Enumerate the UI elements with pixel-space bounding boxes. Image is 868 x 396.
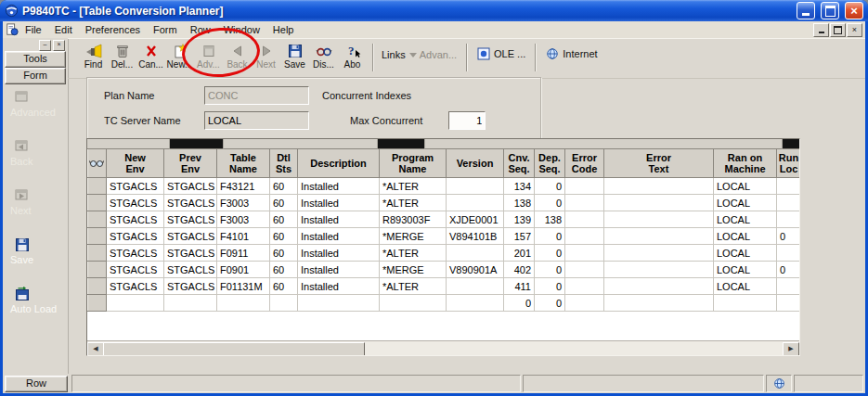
grid-cell[interactable] xyxy=(565,211,604,228)
sidebar-exit-auto-load[interactable]: Auto Load xyxy=(3,287,67,327)
grid-cell[interactable] xyxy=(604,178,714,195)
ole-button[interactable]: OLE ... xyxy=(477,47,525,60)
form-exit-tab-button[interactable]: Form xyxy=(5,68,66,84)
grid-cell[interactable]: *ALTER xyxy=(380,178,447,195)
links-dropdown-icon[interactable] xyxy=(408,51,418,58)
grid-cell[interactable] xyxy=(604,211,714,228)
grid-cell[interactable] xyxy=(777,195,801,211)
grid-row[interactable]: STGACLSSTGACLSF091160Installed*ALTER2010… xyxy=(88,245,801,262)
grid-column-header[interactable]: Prev Env xyxy=(164,149,217,178)
grid-cell[interactable]: XJDE0001 xyxy=(447,211,504,228)
grid-cell[interactable]: 0 xyxy=(777,262,801,278)
sidebar-exit-save[interactable]: Save xyxy=(3,237,67,278)
grid-cell[interactable]: Installed xyxy=(298,278,380,295)
mdi-close-button[interactable]: × xyxy=(847,23,862,37)
grid-cell[interactable]: 0 xyxy=(504,295,535,312)
grid-cell[interactable]: STGACLS xyxy=(107,245,164,262)
grid-row-header[interactable] xyxy=(88,195,107,211)
scroll-right-button[interactable]: ▶ xyxy=(783,342,799,356)
title-bar[interactable]: P9840TC - [Table Conversion Planner] × xyxy=(0,0,868,21)
grid-cell[interactable]: *ALTER xyxy=(380,245,447,262)
grid-column-header[interactable]: Table Name xyxy=(217,149,270,178)
grid-cell[interactable]: F4101 xyxy=(217,228,270,245)
grid-column-header[interactable]: Error Code xyxy=(565,149,604,178)
grid-cell[interactable] xyxy=(565,262,604,278)
sidebar-minimize-button[interactable]: – xyxy=(39,40,51,51)
grid-cell[interactable]: F0901 xyxy=(217,262,270,278)
grid-cell[interactable]: 0 xyxy=(535,245,565,262)
menu-item-row[interactable]: Row xyxy=(184,23,217,36)
row-button[interactable]: Row xyxy=(5,376,68,392)
grid-cell[interactable]: LOCAL xyxy=(714,245,777,262)
toolbar-button-new[interactable]: New... xyxy=(165,41,194,77)
grid-row[interactable]: STGACLSSTGACLSF4312160Installed*ALTER134… xyxy=(88,178,801,195)
grid-cell[interactable]: F0911 xyxy=(217,245,270,262)
grid-cell[interactable]: STGACLS xyxy=(107,178,164,195)
grid-cell[interactable]: F3003 xyxy=(217,211,270,228)
grid-cell[interactable] xyxy=(447,245,504,262)
grid-cell[interactable]: 60 xyxy=(270,262,298,278)
grid-cell[interactable] xyxy=(270,295,298,312)
grid-column-header[interactable]: Run Loc xyxy=(777,149,801,178)
grid-cell[interactable]: 60 xyxy=(270,278,298,295)
grid-cell[interactable]: LOCAL xyxy=(714,262,777,278)
grid-cell[interactable]: Installed xyxy=(298,228,380,245)
grid-cell[interactable]: 138 xyxy=(504,195,535,211)
grid-cell[interactable] xyxy=(164,295,217,312)
grid-corner-header[interactable] xyxy=(88,149,107,178)
grid-cell[interactable]: 0 xyxy=(777,228,801,245)
grid-column-header[interactable]: Dtl Sts xyxy=(270,149,298,178)
grid-cell[interactable]: V894101B xyxy=(447,228,504,245)
grid-cell[interactable]: 0 xyxy=(535,295,565,312)
grid-row-header[interactable] xyxy=(88,178,107,195)
grid-cell[interactable] xyxy=(714,295,777,312)
grid-cell[interactable]: 60 xyxy=(270,211,298,228)
tools-button[interactable]: Tools xyxy=(5,51,66,68)
grid-cell[interactable]: STGACLS xyxy=(107,228,164,245)
grid-cell[interactable]: *ALTER xyxy=(380,278,447,295)
grid-column-header[interactable]: Error Text xyxy=(604,149,714,178)
maximize-button[interactable] xyxy=(821,2,839,19)
grid-row-header[interactable] xyxy=(88,245,107,262)
menu-item-edit[interactable]: Edit xyxy=(48,23,79,36)
grid-cell[interactable]: STGACLS xyxy=(164,278,217,295)
grid-cell[interactable] xyxy=(565,178,604,195)
menu-item-window[interactable]: Window xyxy=(217,23,266,36)
grid-cell[interactable] xyxy=(380,295,447,312)
toolbar-button-save[interactable]: Save xyxy=(280,41,309,77)
grid-cell[interactable] xyxy=(604,245,714,262)
grid-cell[interactable]: 157 xyxy=(504,228,535,245)
mdi-restore-button[interactable] xyxy=(830,23,846,37)
grid-cell[interactable] xyxy=(565,195,604,211)
grid-cell[interactable] xyxy=(447,278,504,295)
grid-cell[interactable] xyxy=(604,228,714,245)
menu-item-file[interactable]: File xyxy=(19,23,48,36)
grid-cell[interactable]: STGACLS xyxy=(107,278,164,295)
grid-cell[interactable] xyxy=(777,211,801,228)
grid-cell[interactable] xyxy=(217,295,270,312)
grid-cell[interactable] xyxy=(447,295,504,312)
toolbar-button-can[interactable]: Can... xyxy=(136,41,165,77)
grid-cell[interactable]: STGACLS xyxy=(164,178,217,195)
grid-cell[interactable]: Installed xyxy=(298,245,380,262)
mdi-minimize-button[interactable] xyxy=(813,23,829,37)
grid-cell[interactable]: STGACLS xyxy=(107,211,164,228)
tc-server-name-input[interactable] xyxy=(204,111,309,130)
grid-cell[interactable]: Installed xyxy=(298,211,380,228)
grid-cell[interactable]: 60 xyxy=(270,228,298,245)
grid-cell[interactable]: LOCAL xyxy=(714,228,777,245)
grid-cell[interactable]: STGACLS xyxy=(164,262,217,278)
grid-cell[interactable]: 0 xyxy=(535,278,565,295)
grid-cell[interactable]: STGACLS xyxy=(164,228,217,245)
grid-cell[interactable]: LOCAL xyxy=(714,211,777,228)
grid-cell[interactable]: 411 xyxy=(504,278,535,295)
grid-row[interactable]: STGACLSSTGACLSF300360InstalledR893003FXJ… xyxy=(88,211,801,228)
grid-cell[interactable]: 0 xyxy=(535,228,565,245)
max-concurrent-input[interactable] xyxy=(448,111,486,130)
grid-cell[interactable] xyxy=(565,228,604,245)
grid-cell[interactable] xyxy=(777,278,801,295)
grid-cell[interactable]: 201 xyxy=(504,245,535,262)
toolbar-button-del[interactable]: Del... xyxy=(108,41,136,77)
grid-cell[interactable]: 0 xyxy=(535,195,565,211)
grid-cell[interactable]: LOCAL xyxy=(714,178,777,195)
